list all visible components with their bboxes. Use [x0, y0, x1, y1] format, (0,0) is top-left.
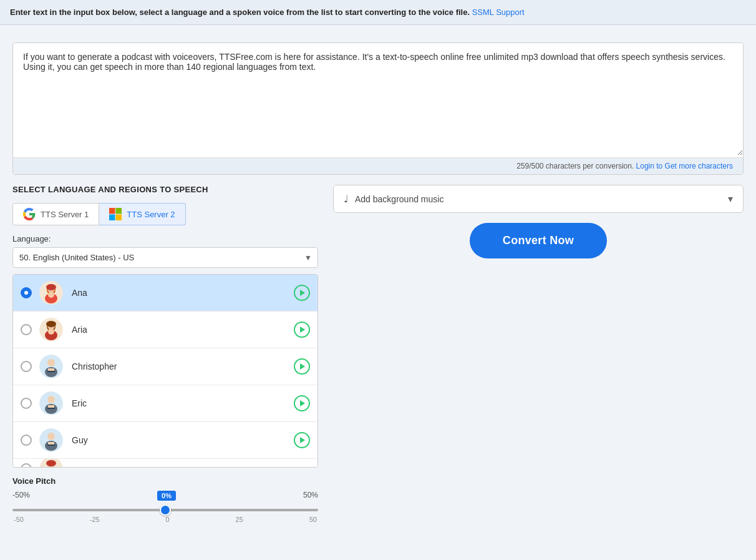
language-label: Language:	[12, 234, 318, 243]
voice-item-partial[interactable]: -	[13, 459, 317, 468]
svg-rect-25	[47, 408, 55, 409]
server1-label: TTS Server 1	[41, 210, 89, 219]
server-tab-2[interactable]: TTS Server 2	[99, 203, 185, 225]
section-title: SELECT LANGUAGE AND REGIONS TO SPEECH	[12, 185, 318, 194]
right-panel: ♩ Add background music ▾ Convert Now	[333, 185, 744, 523]
instruction-bar: Enter text in the input box below, selec…	[0, 0, 756, 25]
tick-25: 25	[236, 516, 243, 523]
svg-point-13	[46, 321, 56, 327]
voice-radio-guy	[21, 435, 32, 446]
voice-item-eric[interactable]: Eric	[13, 385, 317, 422]
voice-avatar-eric	[39, 391, 63, 415]
pitch-ticks: -50 -25 0 25 50	[12, 516, 318, 523]
voice-name-eric: Eric	[72, 398, 294, 408]
left-panel: SELECT LANGUAGE AND REGIONS TO SPEECH TT…	[12, 185, 318, 523]
voice-name-guy: Guy	[72, 435, 294, 445]
pitch-slider-wrapper	[12, 503, 318, 513]
voices-list: Ana	[12, 274, 318, 468]
voice-item-christopher[interactable]: Christopher	[13, 348, 317, 385]
play-button-christopher[interactable]	[294, 358, 310, 375]
tick-minus50: -50	[14, 516, 24, 523]
voice-radio-christopher	[21, 361, 32, 372]
pitch-slider[interactable]	[12, 509, 318, 511]
voice-pitch-section: Voice Pitch -50% 0% 50% -50 -25 0 25 50	[12, 476, 318, 523]
play-button-eric[interactable]	[294, 395, 310, 411]
google-icon	[23, 208, 36, 220]
tick-0: 0	[166, 516, 170, 523]
svg-point-9	[48, 292, 54, 298]
voice-name-christopher: Christopher	[72, 361, 294, 371]
pitch-range-labels: -50% 0% 50%	[12, 491, 318, 501]
voice-name-partial: -	[72, 464, 310, 468]
char-count-text: 259/500 characters per conversion.	[516, 162, 634, 170]
language-select[interactable]: 50. English (United States) - US	[12, 247, 318, 268]
bg-music-left: ♩ Add background music	[344, 193, 443, 205]
login-link[interactable]: Login to Get more characters	[636, 162, 733, 170]
svg-point-22	[47, 396, 55, 403]
tick-50: 50	[309, 516, 317, 523]
svg-point-7	[46, 284, 56, 290]
instruction-text: Enter text in the input box below, selec…	[10, 7, 470, 17]
pitch-max-label: 50%	[303, 491, 318, 501]
voice-avatar-aria	[39, 318, 63, 341]
svg-point-17	[47, 359, 55, 366]
server-tab-1[interactable]: TTS Server 1	[12, 203, 99, 225]
svg-rect-1	[116, 208, 122, 214]
voice-avatar-guy	[39, 428, 63, 452]
play-button-guy[interactable]	[294, 432, 310, 448]
pitch-value-badge: 0%	[157, 491, 176, 501]
svg-rect-3	[116, 214, 122, 220]
svg-rect-0	[109, 208, 115, 214]
bg-music-bar[interactable]: ♩ Add background music ▾	[333, 185, 744, 213]
svg-rect-2	[109, 214, 115, 220]
voice-item-ana[interactable]: Ana	[13, 275, 317, 312]
ssml-support-link[interactable]: SSML Support	[472, 7, 525, 17]
microsoft-icon	[109, 208, 122, 220]
server2-label: TTS Server 2	[127, 210, 175, 219]
convert-button[interactable]: Convert Now	[470, 223, 607, 258]
voice-radio-ana	[21, 287, 32, 298]
play-button-aria[interactable]	[294, 322, 310, 338]
svg-point-15	[48, 328, 54, 335]
voice-radio-aria	[21, 324, 32, 335]
svg-rect-30	[47, 445, 55, 446]
voice-avatar-partial	[39, 459, 63, 468]
pitch-min-label: -50%	[12, 491, 30, 501]
server-tabs: TTS Server 1 TTS Server 2	[12, 203, 318, 225]
svg-rect-20	[47, 371, 55, 372]
chevron-down-icon: ▾	[728, 193, 733, 205]
voice-radio-partial	[21, 463, 32, 468]
voice-name-aria: Aria	[72, 325, 294, 335]
language-select-wrapper: 50. English (United States) - US ▼	[12, 247, 318, 268]
voice-avatar-christopher	[39, 355, 63, 378]
voice-radio-eric	[21, 398, 32, 409]
bg-music-label: Add background music	[355, 194, 443, 204]
char-count-bar: 259/500 characters per conversion. Login…	[13, 157, 743, 174]
svg-point-33	[46, 460, 56, 466]
music-note-icon: ♩	[344, 193, 349, 205]
voice-name-ana: Ana	[72, 288, 294, 298]
play-button-ana[interactable]	[294, 285, 310, 301]
pitch-label: Voice Pitch	[12, 476, 318, 486]
voice-item-aria[interactable]: Aria	[13, 312, 317, 348]
tick-minus25: -25	[90, 516, 100, 523]
voice-item-guy[interactable]: Guy	[13, 422, 317, 459]
voice-avatar-ana	[39, 281, 63, 305]
svg-point-27	[47, 433, 55, 440]
text-input[interactable]	[13, 43, 743, 155]
text-input-section: 259/500 characters per conversion. Login…	[12, 42, 744, 175]
